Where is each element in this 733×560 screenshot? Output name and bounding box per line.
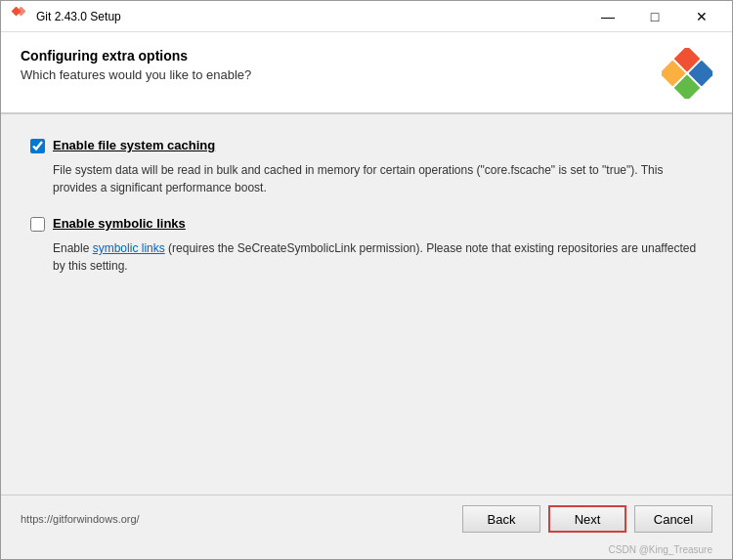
title-bar-icon xyxy=(9,7,28,26)
close-button[interactable]: ✕ xyxy=(679,1,724,32)
setup-window: Git 2.43.0 Setup — □ ✕ Configuring extra… xyxy=(0,0,733,560)
title-bar-controls: — □ ✕ xyxy=(585,1,724,32)
back-button[interactable]: Back xyxy=(462,505,540,533)
maximize-button[interactable]: □ xyxy=(632,1,677,32)
option-symlinks: Enable symbolic links Enable symbolic li… xyxy=(30,216,703,275)
footer-buttons: Back Next Cancel xyxy=(462,505,712,533)
footer-link[interactable]: https://gitforwindows.org/ xyxy=(21,513,140,525)
footer: https://gitforwindows.org/ Back Next Can… xyxy=(1,495,732,542)
symlinks-description: Enable symbolic links (requires the SeCr… xyxy=(53,239,703,275)
fscache-description: File system data will be read in bulk an… xyxy=(53,161,703,196)
fscache-checkbox-row: Enable file system caching xyxy=(30,138,703,153)
next-button[interactable]: Next xyxy=(548,505,626,533)
symbolic-links-link[interactable]: symbolic links xyxy=(93,241,165,255)
header-text: Configuring extra options Which features… xyxy=(21,48,251,82)
header: Configuring extra options Which features… xyxy=(1,32,732,114)
git-logo xyxy=(662,48,712,99)
title-bar: Git 2.43.0 Setup — □ ✕ xyxy=(1,1,732,32)
symlinks-label[interactable]: Enable symbolic links xyxy=(53,216,186,231)
fscache-label[interactable]: Enable file system caching xyxy=(53,138,215,152)
watermark: CSDN @King_Treasure xyxy=(1,542,732,559)
symlinks-checkbox[interactable] xyxy=(30,217,45,232)
symlinks-checkbox-row: Enable symbolic links xyxy=(30,216,703,232)
cancel-button[interactable]: Cancel xyxy=(634,505,712,533)
header-subtitle: Which features would you like to enable? xyxy=(21,67,251,82)
title-bar-title: Git 2.43.0 Setup xyxy=(36,10,585,23)
content-area: Enable file system caching File system d… xyxy=(1,114,732,495)
header-title: Configuring extra options xyxy=(21,48,251,64)
option-fscache: Enable file system caching File system d… xyxy=(30,138,703,196)
fscache-checkbox[interactable] xyxy=(30,139,45,153)
minimize-button[interactable]: — xyxy=(585,1,630,32)
